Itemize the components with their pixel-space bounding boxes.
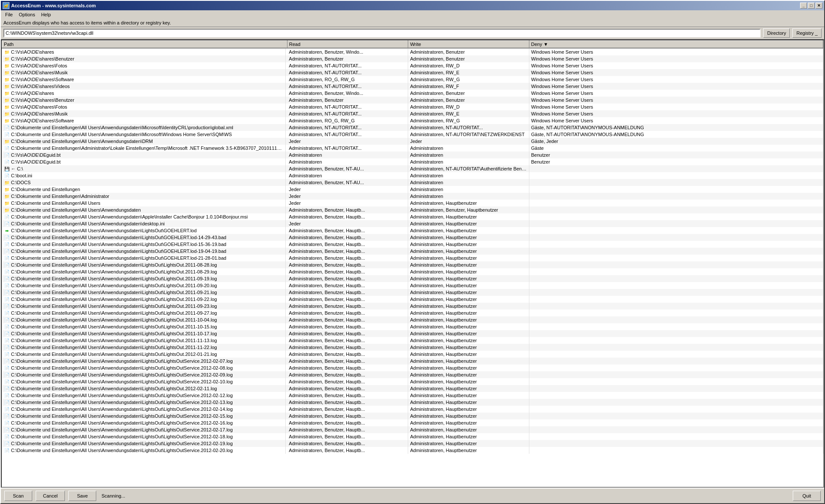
save-button[interactable]: Save [68, 491, 96, 501]
table-row[interactable]: 📄C:\Dokumente und Einstellungen\All User… [2, 378, 823, 385]
file-icon: 📄 [4, 296, 10, 302]
cancel-button[interactable]: Cancel [36, 491, 65, 501]
menu-help[interactable]: Help [39, 11, 54, 18]
file-icon: 📄 [4, 262, 10, 268]
table-row[interactable]: 📄C:\Dokumente und Einstellungen\All User… [2, 433, 823, 440]
registry-button[interactable]: Registry _ [792, 28, 822, 38]
col-header-deny[interactable]: Deny ▼ [529, 41, 823, 49]
table-row[interactable]: 📁C:\Vs\AO\DE\shares\SoftwareAdministrato… [2, 76, 823, 83]
table-row[interactable]: 📁C:\Vs\AQ\DE\shares\FotosAdministratoren… [2, 103, 823, 110]
table-row[interactable]: 📄C:\Dokumente und Einstellungen\All User… [2, 124, 823, 131]
table-row[interactable]: 📄C:\Dokumente und Einstellungen\All User… [2, 426, 823, 433]
table-row[interactable]: 📄C:\Dokumente und Einstellungen\All User… [2, 220, 823, 227]
table-row[interactable]: 📄C:\Dokumente und Einstellungen\All User… [2, 440, 823, 447]
table-row[interactable]: 📄C:\Dokumente und Einstellungen\All User… [2, 392, 823, 399]
table-row[interactable]: 📁C:\Vs\AQ\DE\shares\SoftwareAdministrato… [2, 117, 823, 124]
folder-icon: 📁 [4, 56, 10, 62]
table-row[interactable]: 📄C:\Dokumente und Einstellungen\All User… [2, 447, 823, 454]
col-header-write[interactable]: Write [408, 41, 529, 49]
table-row[interactable]: 💾← C:\Administratoren, Benutzer, NT-AU..… [2, 165, 823, 172]
table-row[interactable]: 📄C:\Dokumente und Einstellungen\All User… [2, 364, 823, 371]
table-row[interactable]: 📄C:\Dokumente und Einstellungen\All User… [2, 371, 823, 378]
menu-file[interactable]: File [3, 11, 15, 18]
table-row[interactable]: 📄C:\Dokumente und Einstellungen\All User… [2, 330, 823, 337]
table-row[interactable]: 📁C:\Dokumente und Einstellungen\All User… [2, 206, 823, 213]
table-row[interactable]: 📄C:\Dokumente und Einstellungen\All User… [2, 351, 823, 358]
table-row[interactable]: 📄C:\Dokumente und Einstellungen\Administ… [2, 145, 823, 152]
table-row[interactable]: 📄C:\Dokumente und Einstellungen\All User… [2, 344, 823, 351]
file-icon: 📄 [4, 214, 10, 220]
table-row[interactable]: 📄C:\Dokumente und Einstellungen\All User… [2, 213, 823, 220]
table-row[interactable]: 📁C:\Vs\AQ\DE\shares\BenutzerAdministrato… [2, 97, 823, 103]
table-row[interactable]: ➡C:\Dokumente und Einstellungen\All User… [2, 227, 823, 234]
scan-button[interactable]: Scan [4, 491, 32, 501]
table-row[interactable]: 📄C:\Dokumente und Einstellungen\All User… [2, 296, 823, 303]
table-row[interactable]: 📄C:\Dokumente und Einstellungen\All User… [2, 255, 823, 261]
table-row[interactable]: 📄C:\Dokumente und Einstellungen\All User… [2, 310, 823, 316]
cell-read: Administratoren, Benutzer, Hauptb... [287, 392, 408, 399]
table-row[interactable]: 📁C:\Vs\AO\DE\shares\VideosAdministratore… [2, 83, 823, 90]
table-row[interactable]: 📄C:\Dokumente und Einstellungen\All User… [2, 406, 823, 413]
file-icon: 📄 [4, 255, 10, 261]
table-row[interactable]: 📄C:\Dokumente und Einstellungen\All User… [2, 358, 823, 364]
table-row[interactable]: 📄C:\Vs\AO\DE\DEguid.btAdministratorenAdm… [2, 152, 823, 158]
cell-read: Administratoren, Benutzer, Hauptb... [287, 248, 408, 255]
minimize-button[interactable]: _ [800, 3, 807, 9]
cell-read: Administratoren, Benutzer, Hauptb... [287, 371, 408, 378]
table-row[interactable]: 📁C:\Dokumente und Einstellungen\All User… [2, 138, 823, 145]
table-row[interactable]: 📄C:\Dokumente und Einstellungen\All User… [2, 275, 823, 282]
table-row[interactable]: 📁C:\Vs\AO\DE\sharesAdministratoren, Benu… [2, 48, 823, 55]
table-row[interactable]: 📄C:\Dokumente und Einstellungen\All User… [2, 419, 823, 426]
table-row[interactable]: 📄C:\boot.iniAdministratorenAdministrator… [2, 172, 823, 179]
cell-path: 📄C:\Dokumente und Einstellungen\Administ… [2, 145, 286, 152]
cell-path: 📁C:\Vs\AO\DE\shares\Fotos [2, 62, 286, 69]
cell-path: 📄C:\Dokumente und Einstellungen\All User… [2, 282, 286, 289]
cell-path: 📄C:\Dokumente und Einstellungen\All User… [2, 433, 286, 440]
path-input[interactable] [3, 29, 761, 37]
table-row[interactable]: 📁C:\Vs\AQ\DE\sharesAdministratoren, Benu… [2, 90, 823, 97]
table-row[interactable]: 📁C:\Dokumente und Einstellungen\All User… [2, 200, 823, 206]
cell-read: Administratoren, Benutzer, Hauptb... [287, 282, 408, 289]
table-row[interactable]: 📁C:\Vs\AO\DE\shares\MusikAdministratoren… [2, 69, 823, 76]
path-text: C:\Dokumente und Einstellungen\All Users… [11, 214, 248, 219]
folder-icon: 📁 [4, 179, 10, 185]
table-row[interactable]: 📄C:\Vs\AO\DE\DEguid.btAdministratorenAdm… [2, 158, 823, 165]
table-row[interactable]: 📄C:\Dokumente und Einstellungen\All User… [2, 303, 823, 310]
path-text: C:\Vs\AO\DE\shares [11, 49, 54, 55]
table-row[interactable]: 📄C:\Dokumente und Einstellungen\All User… [2, 385, 823, 392]
cell-deny: Windows Home Server Users [529, 62, 823, 69]
table-row[interactable]: 📁C:\Dokumente und Einstellungen\Administ… [2, 193, 823, 200]
table-row[interactable]: 📁C:\DOCSAdministratoren, Benutzer, NT-AU… [2, 179, 823, 186]
table-row[interactable]: 📄C:\Dokumente und Einstellungen\All User… [2, 268, 823, 275]
table-row[interactable]: 📄C:\Dokumente und Einstellungen\All User… [2, 282, 823, 289]
table-row[interactable]: 📄C:\Dokumente und Einstellungen\All User… [2, 337, 823, 344]
table-row[interactable]: 📄C:\Dokumente und Einstellungen\All User… [2, 234, 823, 241]
table-row[interactable]: 📁C:\Vs\AO\DE\shares\BenutzerAdministrato… [2, 55, 823, 62]
quit-button[interactable]: Quit [793, 491, 821, 501]
table-row[interactable]: 📄C:\Dokumente und Einstellungen\All User… [2, 289, 823, 296]
cell-path: 📁C:\Vs\AQ\DE\shares\Musik [2, 110, 286, 117]
col-header-path[interactable]: Path [2, 41, 287, 49]
menu-options[interactable]: Options [16, 11, 38, 18]
directory-button[interactable]: Directory [763, 28, 790, 38]
table-row[interactable]: 📄C:\Dokumente und Einstellungen\All User… [2, 323, 823, 330]
table-row[interactable]: 📄C:\Dokumente und Einstellungen\All User… [2, 261, 823, 268]
cell-deny [529, 206, 823, 213]
table-row[interactable]: 📄C:\Dokumente und Einstellungen\All User… [2, 316, 823, 323]
table-row[interactable]: 📄C:\Dokumente und Einstellungen\All User… [2, 399, 823, 406]
cell-write: Administratoren, Hauptbenutzer [408, 419, 529, 426]
table-container[interactable]: Path Read Write Deny ▼ 📁C:\Vs [1, 39, 824, 488]
table-row[interactable]: 📄C:\Dokumente und Einstellungen\All User… [2, 131, 823, 138]
col-header-read[interactable]: Read [287, 41, 408, 49]
cell-path: 📄C:\Dokumente und Einstellungen\All User… [2, 303, 286, 310]
table-row[interactable]: 📁C:\Vs\AO\DE\shares\FotosAdministratoren… [2, 62, 823, 69]
file-icon: 📄 [4, 331, 10, 337]
close-button[interactable]: ✕ [816, 3, 822, 9]
folder-icon: 📁 [4, 207, 10, 213]
table-row[interactable]: 📁C:\Dokumente und EinstellungenJederAdmi… [2, 186, 823, 193]
table-row[interactable]: 📄C:\Dokumente und Einstellungen\All User… [2, 413, 823, 419]
table-row[interactable]: 📄C:\Dokumente und Einstellungen\All User… [2, 241, 823, 248]
table-row[interactable]: 📄C:\Dokumente und Einstellungen\All User… [2, 248, 823, 255]
maximize-button[interactable]: □ [808, 3, 815, 9]
table-row[interactable]: 📁C:\Vs\AQ\DE\shares\MusikAdministratoren… [2, 110, 823, 117]
